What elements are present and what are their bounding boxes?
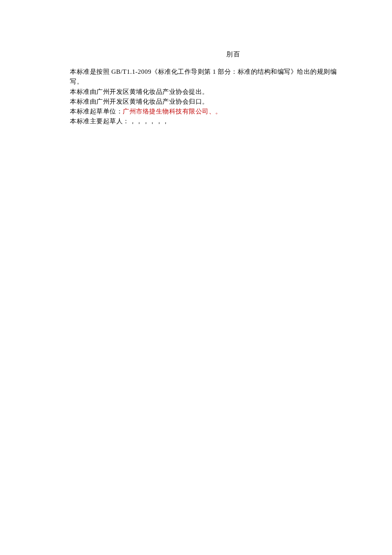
- drafting-unit-value: 广州市络捷生物科技有限公司、。: [123, 108, 222, 115]
- drafting-unit-label: 本标准起草单位：: [70, 108, 123, 115]
- paragraph-gb-reference: 本标准是按照 GB/T1.1-2009《标准化工作导则第 1 部分：标准的结构和…: [70, 67, 342, 87]
- paragraph-main-drafters: 本标准主要起草人：，，，，，，: [70, 116, 342, 126]
- foreword-title: 刖百: [70, 50, 342, 58]
- paragraph-proposed-by: 本标准由广州开发区黄埔化妆品产业协会提出。: [70, 87, 342, 97]
- foreword-content: 本标准是按照 GB/T1.1-2009《标准化工作导则第 1 部分：标准的结构和…: [70, 67, 342, 127]
- paragraph-drafting-unit: 本标准起草单位：广州市络捷生物科技有限公司、。: [70, 107, 342, 116]
- paragraph-under-jurisdiction: 本标准由广州开发区黄埔化妆品产业协会归口。: [70, 97, 342, 107]
